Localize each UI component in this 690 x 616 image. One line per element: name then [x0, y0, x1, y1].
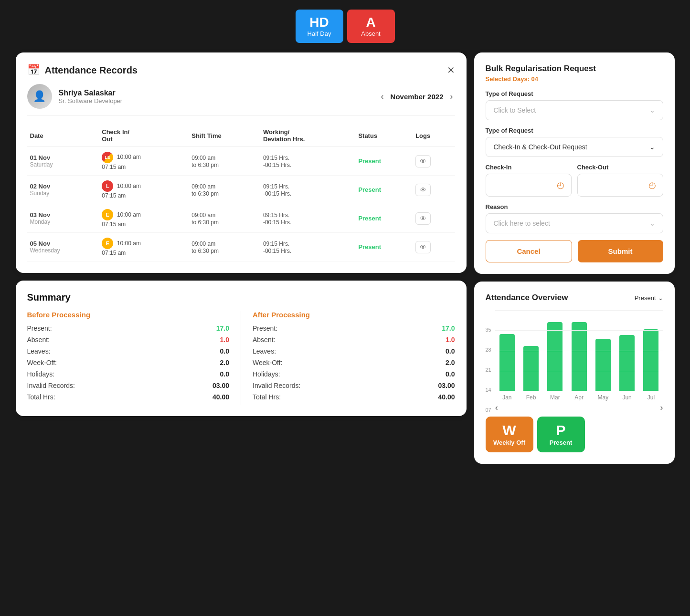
view-logs-button[interactable]: 👁	[415, 212, 431, 225]
avatar: 👤	[27, 84, 52, 109]
summary-divider	[241, 311, 241, 405]
x-label-jul: Jul	[641, 394, 660, 401]
summary-row: Absent: 1.0	[27, 336, 230, 344]
summary-row-value: 1.0	[446, 336, 455, 344]
badge-absent: A Absent	[347, 10, 395, 43]
th-shifttime: Shift Time	[189, 125, 260, 147]
before-processing-label: Before Processing	[27, 311, 230, 319]
logs-cell: 👁	[413, 204, 455, 233]
view-logs-button[interactable]: 👁	[415, 155, 431, 167]
check-out-input[interactable]: ◴	[577, 174, 663, 197]
x-label-apr: Apr	[570, 394, 589, 401]
check-in-input[interactable]: ◴	[486, 174, 572, 197]
overview-title: Attendance Overview	[486, 293, 568, 303]
bulk-regularisation-card: Bulk Regularisation Request Selected Day…	[474, 52, 675, 274]
status-icon: L	[102, 180, 113, 192]
status-icon: E	[102, 238, 113, 249]
reason-select[interactable]: Click here to select ⌄	[486, 213, 663, 233]
clock-icon-checkin: ◴	[557, 180, 564, 190]
summary-row: Present: 17.0	[27, 324, 230, 332]
summary-card: Summary Before Processing Present: 17.0 …	[16, 281, 467, 416]
status-badge: Present	[358, 157, 381, 165]
main-container: HD Half Day A Absent 📅 Attendance Record…	[16, 10, 675, 464]
th-checkin: Check In/Out	[99, 125, 189, 147]
summary-row-label: Total Hrs:	[253, 393, 281, 401]
summary-row-value: 0.0	[446, 370, 455, 378]
summary-row-value: 17.0	[442, 324, 455, 332]
grid-line-1	[495, 310, 663, 311]
legend-w-label: Weekly Off	[493, 439, 525, 446]
summary-row-value: 0.0	[220, 370, 229, 378]
summary-row-value: 17.0	[216, 324, 229, 332]
status-cell: Present	[355, 147, 413, 176]
type-request-label2: Type of Request	[486, 127, 663, 134]
summary-row-value: 03.00	[212, 382, 229, 389]
type-request-select2[interactable]: Check-In & Check-Out Request ⌄	[486, 137, 663, 157]
cancel-button[interactable]: Cancel	[486, 240, 572, 262]
user-details: Shriya Salaskar Sr. Software Developer	[59, 89, 123, 104]
summary-row-label: Invalid Records:	[253, 382, 300, 389]
view-logs-button[interactable]: 👁	[415, 241, 431, 253]
status-cell: Present	[355, 204, 413, 233]
y-label-14: 14	[486, 387, 491, 393]
summary-row: Invalid Records: 03.00	[253, 382, 455, 389]
summary-row: Present: 17.0	[253, 324, 455, 332]
chart-next-button[interactable]: ›	[660, 403, 663, 413]
status-badge: Present	[358, 186, 381, 193]
check-out-label: Check-Out	[577, 164, 663, 171]
bulk-title: Bulk Regularisation Request	[486, 64, 663, 73]
bottom-legend-badges: W Weekly Off P Present	[486, 417, 663, 452]
summary-row-label: Week-Off:	[27, 359, 57, 366]
month-nav: ‹ November 2022 ›	[379, 92, 455, 102]
after-processing-col: After Processing Present: 17.0 Absent: 1…	[253, 311, 455, 405]
x-label-jun: Jun	[617, 394, 637, 401]
selected-days[interactable]: Selected Days: 04	[486, 75, 663, 83]
reason-group: Reason Click here to select ⌄	[486, 203, 663, 233]
bars-row	[495, 310, 663, 391]
checkin-cell: LE 10:00 am07:15 am	[99, 147, 189, 176]
overview-header: Attendance Overview Present ⌄	[486, 293, 663, 303]
summary-row-label: Week-Off:	[253, 359, 283, 366]
avatar-image: 👤	[27, 84, 52, 109]
close-button[interactable]: ✕	[447, 64, 455, 76]
summary-row-value: 03.00	[438, 382, 455, 389]
date-cell: 05 Nov Wednesday	[27, 233, 99, 261]
view-logs-button[interactable]: 👁	[415, 184, 431, 196]
logs-cell: 👁	[413, 147, 455, 176]
summary-title: Summary	[27, 292, 455, 303]
working-cell: 09:15 Hrs.-00:15 Hrs.	[260, 204, 355, 233]
summary-row-value: 0.0	[220, 347, 229, 355]
legend-p-letter: P	[556, 423, 565, 438]
th-working: Working/Deviation Hrs.	[260, 125, 355, 147]
badge-a-letter: A	[366, 16, 375, 29]
overview-filter-value: Present	[635, 294, 656, 302]
summary-row-label: Total Hrs:	[27, 393, 55, 401]
user-info-row: 👤 Shriya Salaskar Sr. Software Developer…	[27, 84, 455, 116]
type-request-value2: Check-In & Check-Out Request	[494, 143, 587, 151]
working-cell: 09:15 Hrs.-00:15 Hrs.	[260, 233, 355, 261]
shifttime-cell: 09:00 amto 6:30 pm	[189, 176, 260, 204]
y-label-28: 28	[486, 347, 491, 353]
prev-month-button[interactable]: ‹	[379, 92, 386, 102]
summary-row-label: Absent:	[27, 336, 50, 344]
badge-a-label: Absent	[361, 30, 380, 37]
type-request-select1[interactable]: Click to Select ⌄	[486, 100, 663, 120]
grid-line-3	[495, 351, 663, 351]
type-of-request-group2: Type of Request Check-In & Check-Out Req…	[486, 127, 663, 157]
submit-button[interactable]: Submit	[578, 240, 663, 262]
shifttime-cell: 09:00 amto 6:30 pm	[189, 233, 260, 261]
type-request-placeholder1: Click to Select	[494, 106, 536, 114]
summary-row: Week-Off: 2.0	[253, 359, 455, 366]
grid-line-2	[495, 330, 663, 331]
date-cell: 03 Nov Monday	[27, 204, 99, 233]
attendance-card-header: 📅 Attendance Records ✕	[27, 64, 455, 76]
next-month-button[interactable]: ›	[448, 92, 455, 102]
table-row: 02 Nov Sunday L 10:00 am07:15 am 09:00 a…	[27, 176, 455, 204]
chart-prev-button[interactable]: ‹	[495, 403, 498, 413]
summary-row: Holidays: 0.0	[27, 370, 230, 378]
chart-nav: ‹ ›	[495, 403, 663, 413]
legend-p-label: Present	[550, 439, 573, 446]
overview-filter[interactable]: Present ⌄	[635, 294, 663, 302]
legend-badge-present: P Present	[537, 417, 585, 452]
summary-row-label: Absent:	[253, 336, 275, 344]
